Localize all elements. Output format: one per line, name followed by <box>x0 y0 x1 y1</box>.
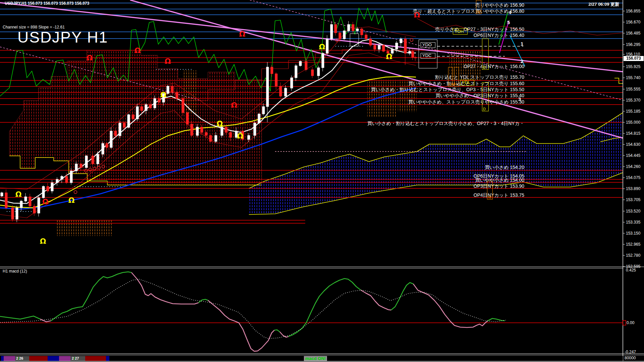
candle-body <box>154 99 156 108</box>
candle-body <box>347 24 350 31</box>
candle-body <box>374 45 376 49</box>
timeline-segment <box>59 356 70 361</box>
candle-body <box>5 193 7 208</box>
candle-body <box>97 154 99 164</box>
candle-body <box>24 197 27 201</box>
candle-body <box>290 78 293 88</box>
candle-body <box>412 51 414 57</box>
candle-body <box>132 115 134 119</box>
candle-body <box>262 107 265 114</box>
candle-body <box>395 43 398 49</box>
candle-body <box>176 92 178 99</box>
candle-body <box>16 208 18 219</box>
candle-body <box>205 132 207 135</box>
candle-body <box>343 31 345 39</box>
candle-body <box>38 198 40 213</box>
candle-body <box>326 39 328 53</box>
candle-body <box>266 67 269 107</box>
candle-body <box>225 127 227 132</box>
candle-body <box>110 131 112 147</box>
candle-body <box>295 66 297 78</box>
candle-body <box>123 123 125 127</box>
candle-body <box>106 143 108 147</box>
omega-signal-icon: Ω <box>237 132 244 140</box>
candle-body <box>182 99 184 113</box>
candle-body <box>191 124 193 135</box>
candle-body <box>334 24 337 33</box>
timeline-segment <box>48 356 59 361</box>
omega-signal-icon: Ω <box>87 54 93 62</box>
candle-body <box>141 107 143 111</box>
omega-signal-icon: Ω <box>15 190 22 198</box>
timeline-segment <box>106 356 109 361</box>
candle-body <box>352 24 354 31</box>
candle-body <box>299 61 302 66</box>
candle-body <box>196 127 199 135</box>
candle-body <box>51 183 53 191</box>
omega-signal-icon: Ω <box>386 52 392 61</box>
candle-body <box>221 127 223 135</box>
timeline-segment <box>85 356 106 361</box>
timeline-segment <box>15 356 29 361</box>
orange-hatch-patch <box>184 70 198 113</box>
candle-body <box>365 35 367 39</box>
candle-body <box>158 99 160 102</box>
candle-body <box>382 45 385 51</box>
candle-body <box>322 53 324 68</box>
candle-body <box>215 135 217 141</box>
omega-signal-icon: Ω <box>68 196 75 204</box>
candle-body <box>11 208 14 219</box>
omega-signal-icon: Ω <box>239 30 246 38</box>
candle-body <box>47 186 49 191</box>
candle-body <box>29 197 31 206</box>
orange-hatch-patch <box>398 80 417 112</box>
candle-body <box>201 127 203 132</box>
candle-body <box>119 123 121 136</box>
candle-body <box>378 45 380 49</box>
candle-body <box>114 131 117 136</box>
candle-body <box>171 86 173 92</box>
candle-body <box>271 67 273 74</box>
candle-body <box>248 135 250 139</box>
candle-body <box>369 39 372 45</box>
candle-body <box>305 61 307 70</box>
candle-body <box>400 39 402 43</box>
candle-body <box>254 123 256 135</box>
candle-body <box>149 105 152 108</box>
candle-body <box>311 70 314 76</box>
timeline-segment <box>29 356 48 361</box>
omega-signal-icon: Ω <box>40 237 46 245</box>
candle-body <box>275 74 277 86</box>
candle-body <box>65 176 68 183</box>
candle-body <box>42 186 45 198</box>
candle-body <box>136 107 139 119</box>
candle-body <box>229 132 232 137</box>
orange-hatch-patch <box>57 220 112 236</box>
mt4-chart-window: ΩΩΩΩΩΩΩΩΩΩΩΩΩΩΩ USDJPY,H1 156.073 156.07… <box>0 0 644 362</box>
candle-body <box>61 176 63 179</box>
candle-body <box>361 29 363 35</box>
candle-body <box>339 33 341 39</box>
candle-body <box>279 86 282 96</box>
timeline-segment <box>1 356 4 361</box>
candle-body <box>80 164 82 168</box>
candle-body <box>20 201 22 208</box>
candle-body <box>92 156 94 164</box>
candle-body <box>127 115 130 127</box>
candle-body <box>102 143 104 154</box>
candle-body <box>75 164 77 171</box>
timeline-segment <box>70 356 85 361</box>
chart-canvas[interactable]: ΩΩΩΩΩΩΩΩΩΩΩΩΩΩΩ <box>0 0 644 362</box>
omega-signal-icon: Ω <box>160 90 167 99</box>
candle-body <box>167 86 169 94</box>
candle-body <box>1 193 3 196</box>
omega-signal-icon: Ω <box>231 101 237 109</box>
timeline-segment <box>4 356 15 361</box>
candle-body <box>258 114 260 123</box>
omega-signal-icon: Ω <box>135 46 141 55</box>
omega-signal-icon: Ω <box>42 197 49 206</box>
omega-signal-icon: Ω <box>319 43 325 51</box>
candle-body <box>70 171 72 183</box>
candle-body <box>409 51 411 53</box>
candle-body <box>186 113 189 124</box>
